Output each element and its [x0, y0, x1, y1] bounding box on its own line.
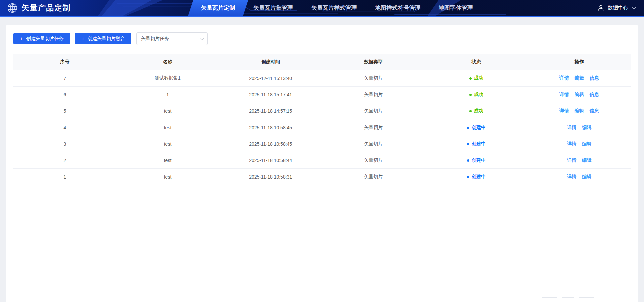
- status-dot-icon: [469, 110, 472, 112]
- action-detail-link[interactable]: 详情: [567, 124, 576, 131]
- cell-data-type: 矢量切片: [322, 75, 425, 81]
- table-row: 2test2025-11-18 10:58:44矢量切片创建中详情编辑: [13, 152, 631, 169]
- task-type-select[interactable]: 矢量切片任务: [136, 32, 208, 45]
- nav-tab-label: 矢量瓦片样式管理: [311, 4, 357, 12]
- plus-icon: +: [81, 36, 85, 42]
- cell-status: 创建中: [425, 124, 528, 131]
- action-edit-link[interactable]: 编辑: [582, 157, 591, 163]
- nav-tab-label: 地图字体管理: [439, 4, 473, 12]
- cell-seq: 2: [13, 158, 116, 163]
- table-row: 612025-11-18 15:17:41矢量切片成功详情编辑信息: [13, 87, 631, 103]
- status-badge: 成功: [469, 92, 483, 98]
- cell-seq: 5: [13, 108, 116, 114]
- table-body: 7测试数据集12025-12-11 15:13:40矢量切片成功详情编辑信息61…: [13, 70, 631, 185]
- cell-data-type: 矢量切片: [322, 124, 425, 131]
- create-vector-tile-task-button[interactable]: + 创建矢量切片任务: [13, 33, 70, 44]
- action-detail-link[interactable]: 详情: [559, 75, 569, 81]
- table-row: 4test2025-11-18 10:58:45矢量切片创建中详情编辑: [13, 119, 631, 136]
- toolbar: + 创建矢量切片任务 + 创建矢量切片融合 矢量切片任务: [13, 32, 631, 45]
- cell-status: 成功: [425, 75, 528, 82]
- status-label: 成功: [474, 75, 483, 81]
- row-actions: 详情编辑: [567, 141, 591, 147]
- cell-actions: 详情编辑信息: [528, 75, 631, 81]
- cell-actions: 详情编辑: [528, 157, 631, 163]
- cell-name: 测试数据集1: [116, 75, 219, 81]
- create-fusion-button-label: 创建矢量切片融合: [88, 36, 125, 42]
- row-actions: 详情编辑信息: [559, 108, 599, 114]
- create-task-button-label: 创建矢量切片任务: [26, 36, 64, 42]
- status-label: 成功: [474, 92, 483, 98]
- cell-created-time: 2025-12-11 15:13:40: [219, 76, 322, 81]
- action-edit-link[interactable]: 编辑: [582, 174, 591, 180]
- cell-name: test: [116, 158, 219, 163]
- table-row: 5test2025-11-18 14:57:15矢量切片成功详情编辑信息: [13, 103, 631, 119]
- nav-tab-5[interactable]: 地图字体管理: [430, 0, 482, 16]
- user-menu-label: 数据中心: [608, 5, 628, 11]
- cell-status: 成功: [425, 92, 528, 98]
- column-header: 状态: [425, 59, 528, 65]
- cell-created-time: 2025-11-18 10:58:31: [219, 174, 322, 180]
- cell-name: test: [116, 174, 219, 180]
- pagination-prev-edge[interactable]: [542, 297, 557, 298]
- status-label: 创建中: [472, 141, 486, 147]
- action-edit-link[interactable]: 编辑: [575, 92, 584, 98]
- cell-created-time: 2025-11-18 10:58:44: [219, 158, 322, 163]
- action-info-link[interactable]: 信息: [590, 75, 599, 81]
- nav-tab-label: 矢量瓦片定制: [201, 4, 235, 12]
- action-info-link[interactable]: 信息: [590, 108, 599, 114]
- cell-actions: 详情编辑: [528, 174, 631, 180]
- action-info-link[interactable]: 信息: [590, 92, 599, 98]
- action-edit-link[interactable]: 编辑: [582, 124, 591, 131]
- column-header: 数据类型: [322, 59, 425, 65]
- row-actions: 详情编辑信息: [559, 75, 599, 81]
- action-detail-link[interactable]: 详情: [559, 92, 569, 98]
- cell-seq: 7: [13, 76, 116, 81]
- create-vector-tile-fusion-button[interactable]: + 创建矢量切片融合: [75, 33, 131, 44]
- table-header-row: 序号名称创建时间数据类型状态操作: [13, 54, 631, 70]
- action-edit-link[interactable]: 编辑: [575, 108, 584, 114]
- status-label: 创建中: [472, 157, 486, 163]
- action-edit-link[interactable]: 编辑: [575, 75, 584, 81]
- action-detail-link[interactable]: 详情: [567, 174, 576, 180]
- content-card: + 创建矢量切片任务 + 创建矢量切片融合 矢量切片任务 序号名称创建时间数据类…: [6, 25, 638, 302]
- cell-created-time: 2025-11-18 14:57:15: [219, 108, 322, 114]
- action-detail-link[interactable]: 详情: [567, 157, 576, 163]
- status-label: 创建中: [472, 174, 486, 180]
- cell-data-type: 矢量切片: [322, 141, 425, 147]
- action-edit-link[interactable]: 编辑: [582, 141, 591, 147]
- status-dot-icon: [467, 176, 469, 178]
- row-actions: 详情编辑: [567, 174, 591, 180]
- user-menu[interactable]: 数据中心: [598, 0, 635, 16]
- status-label: 成功: [474, 108, 483, 114]
- status-dot-icon: [467, 127, 469, 129]
- cell-seq: 3: [13, 141, 116, 147]
- status-badge: 创建中: [467, 174, 486, 180]
- status-badge: 成功: [469, 108, 483, 114]
- cell-status: 创建中: [425, 174, 528, 180]
- cell-created-time: 2025-11-18 10:58:45: [219, 125, 322, 130]
- column-header: 创建时间: [219, 59, 322, 65]
- table-row: 1test2025-11-18 10:58:31矢量切片创建中详情编辑: [13, 169, 631, 185]
- nav-tab-3[interactable]: 矢量瓦片样式管理: [302, 0, 366, 16]
- pagination-page-edge[interactable]: [562, 297, 574, 298]
- cell-name: test: [116, 125, 219, 130]
- status-badge: 成功: [469, 75, 483, 81]
- main-nav: 矢量瓦片定制矢量瓦片集管理矢量瓦片样式管理地图样式符号管理地图字体管理: [192, 0, 482, 16]
- cell-seq: 6: [13, 92, 116, 97]
- row-actions: 详情编辑信息: [559, 92, 599, 98]
- status-badge: 创建中: [467, 124, 486, 131]
- cell-actions: 详情编辑: [528, 141, 631, 147]
- action-detail-link[interactable]: 详情: [559, 108, 569, 114]
- user-icon: [598, 5, 604, 11]
- nav-tab-2[interactable]: 矢量瓦片集管理: [244, 0, 302, 16]
- pagination-cropped[interactable]: [542, 297, 594, 298]
- cell-status: 创建中: [425, 157, 528, 164]
- nav-tab-1[interactable]: 矢量瓦片定制: [192, 0, 244, 16]
- action-detail-link[interactable]: 详情: [567, 141, 576, 147]
- pagination-next-edge[interactable]: [579, 297, 594, 298]
- cell-data-type: 矢量切片: [322, 92, 425, 98]
- cell-seq: 1: [13, 174, 116, 180]
- column-header: 名称: [116, 59, 219, 65]
- nav-tab-4[interactable]: 地图样式符号管理: [366, 0, 430, 16]
- status-label: 创建中: [472, 124, 486, 131]
